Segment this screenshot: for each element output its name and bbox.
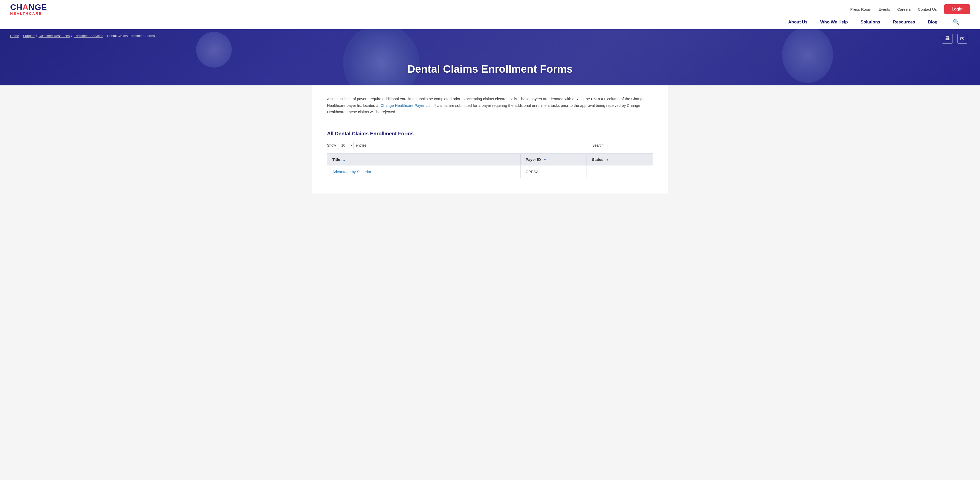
hero-banner: Home / Support / Customer Resources / En… bbox=[0, 29, 980, 85]
top-nav: Press Room Events Careers Contact Us bbox=[850, 7, 937, 11]
search-icon[interactable]: 🔍 bbox=[953, 19, 959, 26]
main-nav-blog[interactable]: Blog bbox=[928, 20, 937, 25]
nav-careers[interactable]: Careers bbox=[897, 7, 911, 11]
header-top: CHANGE HEALTHCARE Press Room Events Care… bbox=[0, 0, 980, 15]
search-control: Search: bbox=[592, 142, 653, 149]
logo-healthcare: HEALTHCARE bbox=[10, 12, 47, 15]
col-title[interactable]: Title ▲ bbox=[327, 153, 520, 165]
nav-events[interactable]: Events bbox=[878, 7, 890, 11]
col-states[interactable]: States ▼ bbox=[587, 153, 653, 165]
main-nav-solutions[interactable]: Solutions bbox=[861, 20, 880, 25]
header-bottom: About Us Who We Help Solutions Resources… bbox=[0, 15, 980, 29]
col-payer-id[interactable]: Payer ID ▼ bbox=[520, 153, 587, 165]
entries-label: entries bbox=[356, 143, 366, 147]
sort-payerid-icon: ▼ bbox=[544, 158, 546, 161]
table-row: Advantage by Superior CPPSA bbox=[327, 165, 653, 178]
main-nav-who-we-help[interactable]: Who We Help bbox=[820, 20, 848, 25]
data-table: Title ▲ Payer ID ▼ States ▼ Ad bbox=[327, 153, 653, 178]
main-nav-about-us[interactable]: About Us bbox=[788, 20, 808, 25]
intro-paragraph: A small subset of payers require additio… bbox=[327, 96, 653, 115]
breadcrumb-current: Dental Claims Enrollment Forms bbox=[107, 34, 154, 38]
search-label: Search: bbox=[592, 143, 605, 147]
email-icon[interactable]: ✉ bbox=[957, 34, 967, 44]
breadcrumb-customer-resources[interactable]: Customer Resources bbox=[38, 34, 70, 38]
site-header: CHANGE HEALTHCARE Press Room Events Care… bbox=[0, 0, 980, 29]
table-section-title: All Dental Claims Enrollment Forms bbox=[327, 131, 653, 137]
search-input[interactable] bbox=[607, 142, 653, 149]
logo-highlight: A bbox=[22, 3, 29, 12]
nav-contact-us[interactable]: Contact Us bbox=[918, 7, 937, 11]
print-icon[interactable]: 🖶 bbox=[942, 34, 953, 44]
header-top-right: Press Room Events Careers Contact Us Log… bbox=[850, 4, 970, 14]
logo-change: CHANGE bbox=[10, 3, 47, 11]
table-controls: Show 10 25 50 100 entries Search: bbox=[327, 142, 653, 149]
logo[interactable]: CHANGE HEALTHCARE bbox=[10, 3, 47, 15]
hero-icons: 🖶 ✉ bbox=[942, 34, 967, 44]
table-header: Title ▲ Payer ID ▼ States ▼ bbox=[327, 153, 653, 165]
row-title-link[interactable]: Advantage by Superior bbox=[332, 169, 371, 174]
sort-states-icon: ▼ bbox=[606, 158, 609, 161]
cell-payer-id: CPPSA bbox=[520, 165, 587, 178]
sort-title-icon: ▲ bbox=[343, 158, 345, 161]
payer-list-link[interactable]: Change Healthcare Payer List bbox=[380, 103, 431, 108]
breadcrumb-home[interactable]: Home bbox=[10, 34, 19, 38]
entries-select[interactable]: 10 25 50 100 bbox=[338, 142, 354, 149]
table-header-row: Title ▲ Payer ID ▼ States ▼ bbox=[327, 153, 653, 165]
login-button[interactable]: Login bbox=[944, 4, 970, 14]
hero-title: Dental Claims Enrollment Forms bbox=[0, 63, 980, 85]
cell-title: Advantage by Superior bbox=[327, 165, 520, 178]
main-nav-resources[interactable]: Resources bbox=[893, 20, 915, 25]
show-entries: Show 10 25 50 100 entries bbox=[327, 142, 366, 149]
show-label: Show bbox=[327, 143, 336, 147]
main-content: A small subset of payers require additio… bbox=[312, 85, 668, 193]
breadcrumb-support[interactable]: Support bbox=[23, 34, 35, 38]
breadcrumb-enrollment-services[interactable]: Enrollment Services bbox=[73, 34, 103, 38]
breadcrumb: Home / Support / Customer Resources / En… bbox=[10, 34, 155, 38]
nav-press-room[interactable]: Press Room bbox=[850, 7, 872, 11]
table-body: Advantage by Superior CPPSA bbox=[327, 165, 653, 178]
cell-states bbox=[587, 165, 653, 178]
